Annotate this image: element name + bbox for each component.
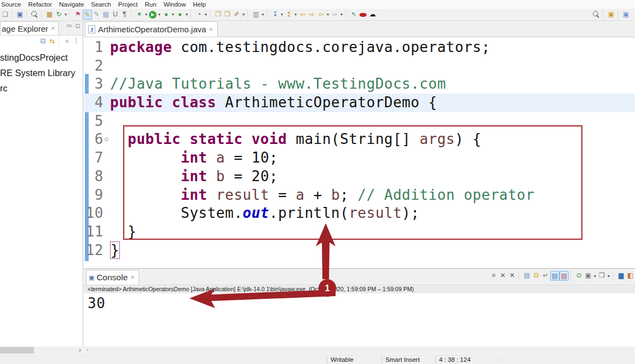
scroll-left-arrow-icon[interactable]: ‹ xyxy=(86,346,89,353)
editor-tabstrip: J ArthimeticOperatorDemo.java ✕ xyxy=(84,21,635,37)
task-list-icon-dropdown[interactable]: ▾ xyxy=(261,12,265,17)
search-icon[interactable] xyxy=(592,10,601,20)
open-resource-icon[interactable]: ❐ xyxy=(223,10,232,20)
debug-icon-dropdown[interactable]: ▾ xyxy=(144,12,148,17)
run-config-icon[interactable]: ● xyxy=(161,10,171,20)
perspective-java-icon[interactable]: ▣ xyxy=(607,10,616,20)
forward-icon[interactable]: ⇨ xyxy=(330,10,339,20)
close-icon[interactable]: ✕ xyxy=(209,27,213,32)
redhat-icon[interactable]: ⬤ xyxy=(359,12,368,18)
fold-marker-icon[interactable] xyxy=(105,137,108,141)
down-into-icon-dropdown[interactable]: ▾ xyxy=(280,12,284,17)
collapse-all-icon[interactable]: ⊟ xyxy=(38,37,48,47)
underline-icon[interactable]: U xyxy=(111,10,120,20)
close-icon[interactable]: ✕ xyxy=(130,275,135,280)
tree-item[interactable]: stingDocsProject xyxy=(0,50,83,65)
brush-icon-dropdown[interactable]: ▾ xyxy=(241,12,246,17)
back-icon[interactable]: ⇦ xyxy=(316,10,326,20)
refresh-icon[interactable]: ↻ xyxy=(54,10,64,20)
scrollbar-thumb[interactable] xyxy=(0,347,34,354)
menu-source[interactable]: Source xyxy=(0,1,26,8)
mark-occurrences-icon[interactable]: ✎ xyxy=(83,10,92,20)
focus-icon[interactable]: ∗ xyxy=(62,37,72,47)
run-icon-dropdown[interactable]: ▾ xyxy=(157,12,161,17)
stderr-when-changed-icon[interactable]: ▤ xyxy=(559,271,569,281)
perspective-other-icon[interactable]: ▣ xyxy=(621,10,631,20)
menu-project[interactable]: Project xyxy=(117,1,143,8)
console-output[interactable]: 30 xyxy=(84,293,635,311)
task-list-icon[interactable]: ▥ xyxy=(251,10,261,20)
editor-tab-label: ArthimeticOperatorDemo.java xyxy=(98,25,206,34)
open-console-icon-dropdown[interactable]: ▾ xyxy=(607,274,611,279)
forward-history-icon[interactable]: ⇨ xyxy=(307,10,316,20)
display-console-icon[interactable]: ▣ xyxy=(584,271,593,281)
menu-run[interactable]: Run xyxy=(144,1,161,8)
workbench-content: age Explorer ✕ ▭ ◻ ⊟⇆∗⋮ stingDocsProject… xyxy=(0,21,635,346)
menu-window[interactable]: Window xyxy=(163,1,191,8)
pin-console-icon[interactable]: ⊙ xyxy=(574,271,584,281)
console-icon: ▣ xyxy=(89,274,94,281)
grid-icon[interactable]: ▦ xyxy=(45,10,54,20)
view-menu-icon[interactable]: ⋮ xyxy=(72,37,81,47)
line-number: 12 xyxy=(84,241,108,260)
minimize-maximize-icons[interactable]: ▭ ◻ xyxy=(66,22,81,28)
link-editor-icon[interactable]: ⇆ xyxy=(48,37,57,47)
scroll-lock-icon[interactable]: ⊟ xyxy=(532,271,541,281)
last-edit-icon[interactable]: ↖ xyxy=(349,10,359,20)
stdout-when-changed-icon[interactable]: ▤ xyxy=(550,271,559,281)
forward-icon-dropdown[interactable]: ▾ xyxy=(339,12,344,17)
statusbar-separator xyxy=(435,356,436,363)
refresh-icon-dropdown[interactable]: ▾ xyxy=(64,12,68,17)
tree-item[interactable]: RE System Library xyxy=(0,65,83,80)
book-icon[interactable]: ▆ xyxy=(616,271,626,281)
back-history-icon[interactable]: ⇦ xyxy=(298,10,307,20)
menu-refactor[interactable]: Refactor xyxy=(27,1,56,8)
tab-arthimeticoperatordemo-java[interactable]: J ArthimeticOperatorDemo.java ✕ xyxy=(85,21,218,37)
main-toolbar: ❏▣▦↻▾⚑✎✎▤U¶✶▾▶▾●▾●▾◔▾❐❐✐▾▥▾↧▾↥▾⇦⇨⇦▾⇨▾↖⬤☁ xyxy=(0,9,635,21)
display-console-icon-dropdown[interactable]: ▾ xyxy=(593,274,597,279)
menu-navigate[interactable]: Navigate xyxy=(58,1,89,8)
coverage-icon-dropdown[interactable]: ▾ xyxy=(204,12,208,17)
console-view-icon[interactable]: ▣ xyxy=(15,10,25,20)
console-hscrollbar[interactable]: ‹ xyxy=(84,346,635,354)
open-console-icon[interactable]: ❐ xyxy=(597,271,607,281)
profile-icon-dropdown[interactable]: ▾ xyxy=(184,12,189,17)
run-config-icon-dropdown[interactable]: ▾ xyxy=(171,12,175,17)
debug-icon[interactable]: ✶ xyxy=(135,10,144,20)
edge-cut-icon[interactable]: ◧ xyxy=(626,271,635,281)
package-explorer-hscrollbar[interactable]: › xyxy=(0,346,83,354)
remove-all-launches-icon[interactable]: ✕ xyxy=(507,271,517,281)
pilcrow-icon[interactable]: ¶ xyxy=(120,10,129,20)
back-icon-dropdown[interactable]: ▾ xyxy=(326,12,330,17)
code-editor[interactable]: 1package com.testingdocs.corejava.operat… xyxy=(84,37,635,268)
console-status-line: <terminated> ArthimeticOperatorsDemo [Ja… xyxy=(84,285,635,293)
open-type-icon[interactable]: ❐ xyxy=(213,10,223,20)
up-out-icon-dropdown[interactable]: ▾ xyxy=(293,12,298,17)
word-wrap-icon[interactable]: ↵ xyxy=(541,271,550,281)
clear-console-icon[interactable]: ▤ xyxy=(522,271,532,281)
cloud-icon[interactable]: ☁ xyxy=(368,10,377,20)
menu-search[interactable]: Search xyxy=(90,1,116,8)
terminate-icon[interactable]: ■ xyxy=(489,271,498,281)
search-icon[interactable] xyxy=(30,10,39,20)
code-line-1: 1package com.testingdocs.corejava.operat… xyxy=(84,38,635,57)
code-line-12: 12} xyxy=(84,241,635,260)
tree-item[interactable]: rc xyxy=(0,80,83,96)
down-into-icon[interactable]: ↧ xyxy=(270,10,280,20)
profile-icon[interactable]: ● xyxy=(175,10,184,20)
tab-console[interactable]: ▣ Console ✕ xyxy=(86,270,139,285)
menu-help[interactable]: Help xyxy=(192,1,211,8)
line-number: 4 xyxy=(84,94,108,112)
new-wizard-icon[interactable]: ❏ xyxy=(1,10,10,20)
brush-icon[interactable]: ✐ xyxy=(232,10,241,20)
format-icon[interactable]: ✎ xyxy=(92,10,101,20)
scroll-right-arrow-icon[interactable]: › xyxy=(79,346,81,353)
up-out-icon[interactable]: ↥ xyxy=(284,10,293,20)
run-icon[interactable]: ▶ xyxy=(149,11,157,19)
remove-launch-icon[interactable]: ✕ xyxy=(498,271,507,281)
key-icon[interactable]: ⚑ xyxy=(73,10,83,20)
coverage-icon[interactable]: ◔ xyxy=(194,10,204,20)
properties-icon[interactable]: ▤ xyxy=(101,10,111,20)
close-icon[interactable]: ✕ xyxy=(51,26,55,31)
tab-package-explorer[interactable]: age Explorer ✕ xyxy=(0,21,59,35)
